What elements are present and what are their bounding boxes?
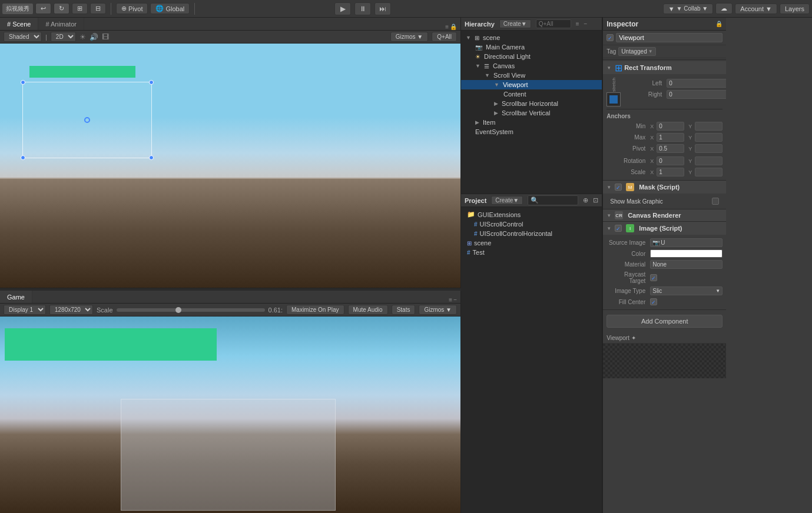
hierarchy-item-maincamera[interactable]: 📷 Main Camera (461, 42, 602, 52)
scale-y[interactable] (695, 168, 722, 176)
tab-animator[interactable]: # Animator (38, 18, 84, 30)
image-script-header[interactable]: ▼ I Image (Script) (603, 222, 726, 235)
hierarchy-item-item[interactable]: ▶ Item (461, 118, 602, 127)
pause-button[interactable]: ⏸ (354, 2, 371, 15)
hierarchy-menu[interactable]: ≡ (576, 21, 579, 27)
global-btn[interactable]: 🌐 Global (150, 3, 190, 14)
scene-viewport[interactable] (0, 44, 460, 288)
image-type-label: Image Type (606, 288, 648, 294)
hierarchy-search[interactable] (536, 19, 571, 28)
handle-center[interactable] (84, 117, 90, 123)
redo-btn[interactable]: ↻ (54, 3, 69, 14)
source-image-field[interactable]: 📷 U (650, 238, 722, 247)
handle-bottom-right[interactable] (149, 155, 154, 160)
project-item-guiextensions[interactable]: 📁 GUIExtensions (463, 209, 599, 219)
add-component-button[interactable]: Add Component (606, 315, 722, 328)
project-item-scene[interactable]: ⊞ scene (463, 238, 599, 248)
game-viewport[interactable] (0, 317, 460, 513)
account-button[interactable]: Account ▼ (735, 4, 777, 14)
screen-btn[interactable]: ⊟ (90, 3, 106, 14)
anchor-max-label: Max (606, 134, 648, 141)
anchor-max-x[interactable] (657, 133, 684, 142)
mask-script-header[interactable]: ▼ M Mask (Script) (603, 181, 726, 194)
pivot-x[interactable] (657, 144, 684, 153)
stretch-label: stretch (611, 78, 617, 92)
fill-center-checkbox[interactable] (650, 298, 657, 305)
step-button[interactable]: ⏭ (374, 2, 391, 15)
right-input[interactable] (667, 90, 726, 99)
mask-enable-checkbox[interactable] (615, 184, 622, 191)
color-swatch[interactable] (650, 249, 722, 258)
handle-top-right[interactable] (149, 80, 154, 85)
hierarchy-item-scene[interactable]: ▼ ⊞ scene (461, 33, 602, 42)
hierarchy-create-btn[interactable]: Create▼ (499, 19, 531, 28)
tab-game[interactable]: Game (0, 291, 32, 303)
dim-select[interactable]: 2D (51, 32, 76, 42)
active-checkbox[interactable] (606, 34, 614, 41)
handle-top-left[interactable] (21, 80, 25, 85)
project-item-test[interactable]: # Test (463, 248, 599, 257)
project-item-uiscrollcontrolhorizontal[interactable]: # UIScrollControlHorizontal (463, 229, 599, 238)
pivot-btn[interactable]: ⊕ Pivot (116, 3, 148, 14)
component-name-input[interactable] (616, 33, 722, 42)
collab-button[interactable]: ▼ ▼ Collab ▼ (663, 4, 714, 14)
scale-y-label: Y (688, 169, 692, 175)
left-input[interactable] (667, 79, 726, 88)
divider1 (603, 59, 726, 60)
scale-slider[interactable] (117, 308, 265, 312)
hierarchy-item-viewport[interactable]: ▼ Viewport (461, 80, 602, 89)
hierarchy-lock[interactable]: − (584, 21, 588, 27)
display-select[interactable]: Display 1 (4, 305, 46, 315)
anchor-max-y[interactable] (695, 133, 722, 142)
hierarchy-item-eventsystem[interactable]: EventSystem (461, 127, 602, 136)
raycast-checkbox[interactable] (650, 274, 657, 281)
hierarchy-item-scrollbarvertical[interactable]: ▶ Scrollbar Vertical (461, 108, 602, 118)
material-row: Material (606, 259, 722, 270)
project-create-btn[interactable]: Create▼ (491, 196, 523, 205)
anchor-min-y[interactable] (695, 122, 722, 131)
test-label: Test (473, 249, 485, 256)
viewport-transform-rect[interactable] (22, 82, 152, 158)
undo-btn[interactable]: ↩ (35, 3, 51, 14)
play-button[interactable]: ▶ (334, 2, 351, 15)
rect-select-btn[interactable]: ⊞ (72, 3, 88, 14)
show-mask-checkbox[interactable] (712, 198, 719, 205)
image-enable-checkbox[interactable] (615, 225, 622, 232)
project-search-input[interactable] (540, 197, 575, 204)
stats-btn[interactable]: Stats (392, 305, 416, 315)
gizmos-btn[interactable]: Gizmos ▼ (390, 32, 429, 42)
scale-x[interactable] (657, 168, 684, 176)
pivot-y[interactable] (695, 144, 722, 153)
hierarchy-item-scrollview[interactable]: ▼ Scroll View (461, 71, 602, 80)
image-type-dropdown[interactable]: Slic ▼ (650, 287, 722, 295)
rotation-y[interactable] (695, 156, 722, 165)
tag-dropdown[interactable]: Untagged ▼ (618, 47, 655, 56)
handle-bottom-left[interactable] (21, 155, 25, 160)
hierarchy-item-canvas[interactable]: ▼ ☰ Canvas (461, 61, 602, 71)
hierarchy-item-scrollbarhorizontal[interactable]: ▶ Scrollbar Horizontal (461, 99, 602, 108)
inspector-lock-icon[interactable]: 🔒 (715, 21, 722, 27)
source-image-row: Source Image 📷 U (606, 237, 722, 248)
stretch-box[interactable] (606, 92, 621, 106)
project-content[interactable]: 📁 GUIExtensions # UIScrollControl # UISc… (461, 207, 602, 513)
hierarchy-content[interactable]: ▼ ⊞ scene 📷 Main Camera ☀ Directional Li… (461, 31, 602, 194)
layers-button[interactable]: Layers (780, 4, 810, 14)
hierarchy-item-content[interactable]: Content (461, 89, 602, 99)
project-icon1[interactable]: ⊕ (583, 196, 588, 204)
rotation-x[interactable] (657, 156, 684, 165)
anchor-min-x[interactable] (657, 122, 684, 131)
tab-scene[interactable]: # Scene (0, 18, 38, 30)
rect-transform-header[interactable]: ▼ ⊞ Rect Transform (603, 61, 726, 74)
maximize-btn[interactable]: Maximize On Play (286, 305, 344, 315)
mute-btn[interactable]: Mute Audio (348, 305, 388, 315)
camera-icon: 📷 (475, 44, 482, 51)
material-input[interactable] (650, 260, 722, 269)
hierarchy-item-directionallight[interactable]: ☀ Directional Light (461, 52, 602, 61)
project-icon2[interactable]: ⊡ (593, 196, 598, 204)
project-item-uiscrollcontrol[interactable]: # UIScrollControl (463, 219, 599, 229)
resolution-select[interactable]: 1280x720 (49, 305, 93, 315)
shading-select[interactable]: Shaded (4, 32, 42, 42)
game-gizmos-btn[interactable]: Gizmos ▼ (419, 305, 457, 315)
cloud-button[interactable]: ☁ (715, 3, 733, 14)
scene-all-btn[interactable]: Q+All (432, 32, 457, 42)
